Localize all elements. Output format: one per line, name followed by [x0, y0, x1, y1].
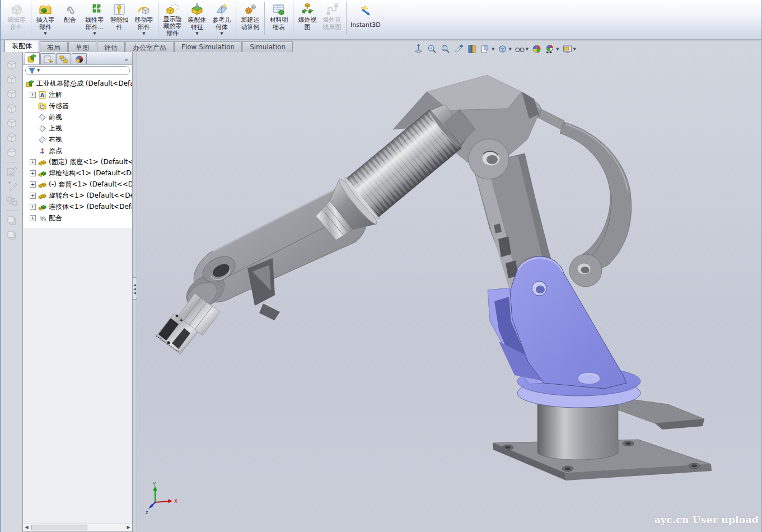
dropdown-caret[interactable]: ▼ [93, 32, 96, 35]
orientation-arrow-icon[interactable] [413, 43, 424, 55]
cube-tool-icon[interactable] [5, 131, 18, 144]
expand-icon[interactable]: + [30, 92, 36, 98]
expand-icon[interactable]: + [30, 181, 36, 188]
section-knife-icon[interactable] [453, 43, 465, 55]
filter-caret[interactable]: ▼ [37, 68, 40, 73]
expand-icon[interactable]: + [30, 193, 36, 199]
instant3d-button[interactable]: Instant3D [348, 1, 383, 38]
tab-simulation[interactable]: Simulation [242, 41, 293, 52]
bill-of-materials-button[interactable]: 材料明 细表 [267, 1, 291, 38]
tree-item[interactable]: + (固定) 底座<1> (Default<<D [23, 156, 132, 167]
expand-icon[interactable]: + [30, 204, 36, 210]
scroll-left-arrow[interactable]: ◀ [23, 524, 30, 531]
edit-component-button[interactable]: 编辑零 部件 [4, 1, 29, 38]
expand-icon[interactable]: + [30, 215, 36, 221]
sketch-add-tool-icon[interactable] [5, 180, 18, 193]
ribbon-separator [264, 2, 265, 35]
copy-tool-icon[interactable] [5, 228, 18, 242]
view-orientation-icon[interactable]: ▼ [480, 43, 495, 55]
tree-item[interactable]: 右视 [23, 134, 132, 145]
cube-tool-icon[interactable] [5, 73, 18, 86]
scroll-right-arrow[interactable]: ▶ [125, 524, 132, 531]
mates-icon [38, 213, 47, 222]
tab-flow-simulation[interactable]: Flow Simulation [174, 41, 242, 52]
tab-office-products[interactable]: 办公室产品 [125, 41, 174, 52]
tree-lower-pane [23, 228, 132, 524]
display-style-icon[interactable]: ▼ [497, 43, 512, 55]
new-motion-study-button[interactable]: 新建运 动算例 [238, 1, 263, 38]
cube-tool-icon[interactable] [5, 116, 18, 130]
tree-item[interactable]: 上视 [23, 123, 132, 134]
base-side-tab[interactable] [618, 398, 704, 430]
expand-icon[interactable]: + [30, 170, 36, 176]
button-label: 编辑零 部件 [8, 17, 26, 31]
panel-tabs: » [23, 52, 132, 65]
panel-collapse-handle[interactable]: ◀ ◀ ◀ [133, 277, 137, 300]
insert-component-button[interactable]: 插入零 部件 ▼ [33, 1, 58, 38]
edit-appearance-icon[interactable] [531, 43, 543, 55]
tab-evaluate[interactable]: 评估 [97, 41, 125, 52]
mate-button[interactable]: 配合 [58, 1, 82, 38]
corner-cube-tool-icon[interactable] [5, 146, 18, 159]
feature-tree: 工业机器臂总成 (Default<Defa + A 注解 传感器 [23, 76, 132, 223]
zoom-to-area-icon[interactable] [440, 43, 451, 55]
apply-scene-icon[interactable]: ▼ [544, 43, 559, 55]
robot-arm-model[interactable] [137, 40, 762, 532]
show-hidden-components-button[interactable]: 显示隐 藏的零 部件 [160, 1, 185, 38]
tree-item[interactable]: + 旋转台<1> (Default<<Defa [23, 190, 132, 201]
tree-horizontal-scrollbar[interactable]: ◀ ▶ [23, 524, 132, 531]
tree-root-label: 工业机器臂总成 (Default<Defa [36, 79, 132, 88]
assembly-features-button[interactable]: 装配体 特征 ▼ [185, 1, 209, 38]
tab-sketch[interactable]: 草图 [68, 41, 96, 52]
copy-tool-icon[interactable] [5, 214, 18, 227]
configurationmanager-tab[interactable] [56, 53, 71, 64]
tree-item[interactable]: + A 注解 [23, 89, 132, 100]
new-motion-study-icon [243, 2, 258, 17]
view-settings-icon[interactable]: ▼ [562, 43, 577, 55]
displaymanager-tab[interactable] [72, 53, 87, 64]
panel-overflow-chevron[interactable]: » [124, 56, 131, 64]
propertymanager-tab[interactable] [40, 53, 55, 64]
tree-item[interactable]: 传感器 [23, 100, 132, 111]
tab-layout[interactable]: 布局 [40, 41, 68, 52]
dropdown-caret[interactable]: ▼ [220, 32, 223, 35]
cube-tool-icon[interactable] [5, 87, 18, 101]
ribbon-separator [346, 2, 347, 35]
smart-fasteners-button[interactable]: 智能扣 件 [107, 1, 132, 38]
scrollbar-thumb[interactable] [31, 525, 87, 530]
tree-filter-input[interactable]: ▼ [25, 66, 130, 75]
hide-show-items-icon[interactable]: ▼ [514, 43, 529, 55]
reference-geometry-button[interactable]: 参考几 何体 ▼ [209, 1, 234, 38]
tree-item[interactable]: + 连接体<1> (Default<Defaul [23, 201, 132, 212]
dropdown-caret[interactable]: ▼ [44, 32, 46, 35]
ribbon-separator [293, 2, 293, 35]
plane-icon [38, 124, 47, 133]
tree-root[interactable]: 工业机器臂总成 (Default<Defa [23, 78, 132, 89]
panel-splitter[interactable]: ◀ ◀ ◀ [133, 52, 137, 532]
tree-item[interactable]: + 配合 [23, 212, 132, 223]
mate-icon [63, 2, 77, 17]
exploded-view-button[interactable]: 爆炸视 图 [295, 1, 320, 38]
tree-item[interactable]: + (-) 套筒<1> (Default<<Def [23, 179, 132, 190]
dropdown-caret[interactable]: ▼ [195, 32, 198, 35]
sketch-tool-icon[interactable] [5, 165, 18, 179]
cube-tool-icon[interactable] [5, 102, 18, 115]
sensors-icon [38, 101, 47, 110]
graphics-viewport[interactable]: ▼ ▼ ▼ ▼ ▼ [137, 40, 762, 532]
filter-row: ▼ [23, 65, 132, 76]
explode-line-sketch-button[interactable]: 爆炸直 线草图 [320, 1, 344, 38]
section-view-icon[interactable] [466, 43, 478, 55]
tree-item[interactable]: 原点 [23, 145, 132, 156]
tab-assembly[interactable]: 装配体 [4, 40, 39, 52]
tree-item[interactable]: 前视 [23, 111, 132, 123]
linear-component-pattern-button[interactable]: 线性零 部件... ▼ [82, 1, 107, 38]
expand-icon[interactable]: + [30, 159, 36, 165]
dropdown-caret[interactable]: ▼ [142, 32, 145, 35]
part-icon [38, 180, 47, 189]
cube-tool-icon[interactable] [5, 58, 18, 72]
featuremanager-tab[interactable] [25, 52, 40, 64]
move-component-button[interactable]: 移动零 部件 ▼ [132, 1, 156, 38]
zoom-to-fit-icon[interactable] [426, 43, 438, 55]
transfer-tool-icon[interactable] [5, 194, 18, 208]
tree-item[interactable]: + 焊枪结构<1> (Default<Defa [23, 167, 132, 179]
